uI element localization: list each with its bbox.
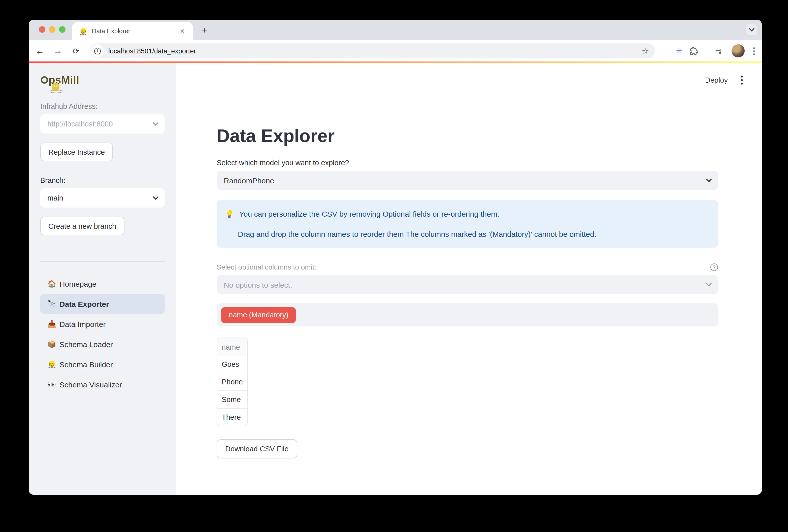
branch-value: main [47,194,154,202]
help-icon[interactable]: ? [710,263,718,271]
omit-columns-placeholder: No options to select. [224,280,707,289]
extension-burst-icon[interactable]: ✳ [676,46,682,55]
sidebar-item-label: Schema Visualizer [59,380,122,389]
streamlit-header: Deploy [705,76,743,84]
maximize-window-button[interactable] [59,26,65,33]
chevron-down-icon [153,194,159,200]
tab-strip: 👷 Data Explorer ✕ + [29,20,762,40]
infrahub-address-select[interactable]: http://localhost:8000 [40,114,165,134]
main-panel: Deploy Data Explorer Select which model … [176,63,762,495]
tab-favicon-icon: 👷 [79,28,87,35]
chevron-down-icon [153,120,159,126]
sidebar-item-schema-visualizer[interactable]: 👀 Schema Visualizer [40,374,165,394]
telescope-icon: 🔭 [47,300,59,308]
chevron-down-icon [706,281,712,287]
infrahub-address-label: Infrahub Address: [40,102,165,110]
opsmill-logo: OpsMill [40,74,165,91]
sidebar-item-label: Data Importer [59,320,105,328]
package-icon: 📦 [47,340,59,348]
table-row: There [217,409,248,426]
window-controls [39,26,65,33]
tab-search-button[interactable] [746,24,757,35]
toolbar-separator [706,46,706,55]
branch-select[interactable]: main [40,189,165,208]
table-row: Some [217,391,248,409]
construction-worker-icon: 👷 [47,360,59,368]
table-row: Goes [217,356,248,373]
profile-avatar[interactable] [732,44,745,57]
info-icon: i [94,47,100,54]
toolbar-icons: ✳ [676,40,756,61]
close-window-button[interactable] [39,26,45,33]
chevron-down-icon [706,177,712,182]
back-button[interactable]: ← [34,45,46,56]
address-bar[interactable]: i localhost:8501/data_exporter ☆ [90,43,655,58]
opsmill-logo-text: OpsMill [40,74,79,86]
app-menu-icon[interactable] [741,76,743,84]
preview-table: name Goes Phone Some There [217,337,248,426]
reload-button[interactable]: ⟳ [70,46,82,56]
house-icon: 🏠 [47,280,59,288]
minimize-window-button[interactable] [49,26,55,33]
site-info-button[interactable]: i [91,44,104,57]
browser-window: 👷 Data Explorer ✕ + ← → ⟳ i localhost:85… [29,20,762,495]
model-select-label: Select which model you want to explore? [217,159,718,167]
column-chip-name-mandatory[interactable]: name (Mandatory) [221,307,296,323]
tab-title: Data Explorer [92,28,178,35]
sidebar-nav: 🏠 Homepage 🔭 Data Exporter 📥 Data Import… [40,274,165,394]
model-select-value: RandomPhone [224,176,707,185]
omit-columns-label: Select optional columns to omit: [217,263,316,271]
eyes-icon: 👀 [47,380,59,389]
sidebar-item-label: Data Exporter [59,299,109,308]
screenshot-stage: 👷 Data Explorer ✕ + ← → ⟳ i localhost:85… [0,0,788,532]
lightbulb-icon: 💡 [225,209,234,219]
sidebar-item-label: Schema Loader [59,340,113,348]
sidebar-divider [40,261,165,262]
opsmill-mascot-icon [53,83,59,91]
table-header-name: name [217,337,248,356]
info-text-line2: Drag and drop the column names to reorde… [225,229,710,239]
sidebar-item-data-importer[interactable]: 📥 Data Importer [40,314,165,334]
sortable-columns-container: name (Mandatory) [217,303,718,327]
chevron-down-icon [749,26,755,32]
deploy-button[interactable]: Deploy [705,76,728,84]
infrahub-address-value: http://localhost:8000 [47,120,154,128]
app-body: OpsMill Infrahub Address: http://localho… [29,63,762,495]
sidebar: OpsMill Infrahub Address: http://localho… [29,63,176,495]
info-text-line1: You can personalize the CSV by removing … [239,209,499,219]
sidebar-item-label: Homepage [59,279,97,288]
forward-button[interactable]: → [52,45,64,56]
sidebar-item-homepage[interactable]: 🏠 Homepage [40,274,165,294]
browser-tab[interactable]: 👷 Data Explorer ✕ [72,22,193,40]
sidebar-item-label: Schema Builder [59,360,113,369]
url-text: localhost:8501/data_exporter [108,47,642,55]
download-csv-button[interactable]: Download CSV File [217,439,297,458]
create-branch-button[interactable]: Create a new branch [40,217,124,235]
sidebar-item-schema-builder[interactable]: 👷 Schema Builder [40,354,165,374]
sidebar-item-data-exporter[interactable]: 🔭 Data Exporter [40,294,165,314]
replace-instance-button[interactable]: Replace Instance [40,142,113,161]
tab-close-icon[interactable]: ✕ [178,27,187,36]
bookmark-star-icon[interactable]: ☆ [642,46,649,56]
model-select[interactable]: RandomPhone [217,171,718,190]
page-content: Data Explorer Select which model you wan… [176,63,718,458]
info-box: 💡 You can personalize the CSV by removin… [217,200,718,248]
page-title: Data Explorer [217,125,718,146]
browser-toolbar: ← → ⟳ i localhost:8501/data_exporter ☆ ✳ [29,40,762,61]
table-row: Phone [217,373,248,391]
sidebar-item-schema-loader[interactable]: 📦 Schema Loader [40,334,165,354]
omit-label-row: Select optional columns to omit: ? [217,263,718,271]
browser-menu-icon[interactable] [752,47,756,55]
omit-columns-multiselect[interactable]: No options to select. [217,275,718,294]
media-playlist-icon[interactable] [714,46,724,55]
new-tab-button[interactable]: + [198,24,211,37]
branch-label: Branch: [40,176,165,184]
inbox-tray-icon: 📥 [47,320,59,328]
extensions-puzzle-icon[interactable] [690,46,698,55]
